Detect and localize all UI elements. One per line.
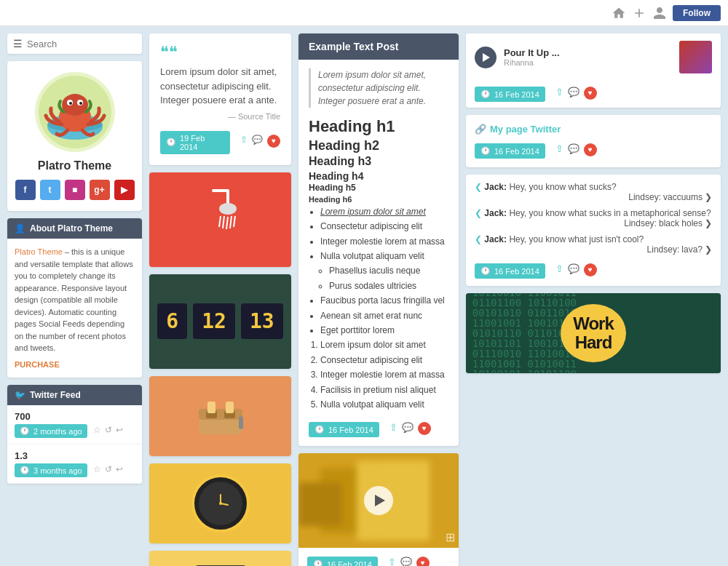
text-post-actions: ⇧ 💬 ♥ [389,422,431,435]
comment-icon-v[interactable]: 💬 [400,557,412,566]
comment-icon-q[interactable]: 💬 [252,135,263,148]
svg-point-4 [62,94,88,116]
clock-icon-tp: 🕐 [314,425,325,434]
heading-h5: Heading h5 [309,183,448,194]
reply-icon[interactable]: ↩ [116,425,123,435]
list-item-9: Eget porttitor lorem [320,323,448,338]
flip-clock-image: 6 12 13 [149,274,291,369]
music-date: 🕐 16 Feb 2014 [475,87,545,102]
clock-display: 6 12 13 [149,289,291,354]
svg-line-12 [219,216,221,227]
comment-icon-c[interactable]: 💬 [568,263,579,276]
like-icon-q[interactable]: ♥ [267,135,280,148]
chat-reply-2: Lindsey: black holes ❯ [475,218,712,228]
reply-icon-2[interactable]: ↩ [116,464,123,474]
list-item-7: Faucibus porta lacus fringilla vel [320,293,448,308]
video-card: ⊞ 🕐 16 Feb 2014 ⇧ 💬 ♥ [298,453,459,566]
clock-digit-1: 6 [157,303,187,339]
svg-line-15 [230,216,232,228]
ol-item-1: Lorem ipsum dolor sit amet [320,338,448,352]
wall-clock-shape [191,474,250,533]
share-icon-q[interactable]: ⇧ [240,135,248,148]
flip-clock-card: 6 12 13 [149,274,291,369]
clock-icon-v: 🕐 [313,559,323,566]
clock-icon-2: 🕐 [20,466,30,475]
list-item-2: Consectetur adipiscing elit [320,219,448,234]
share-icon-v[interactable]: ⇧ [388,557,396,566]
like-icon-m[interactable]: ♥ [584,87,597,100]
like-icon-c[interactable]: ♥ [584,263,597,276]
reply-text-3: lava? [681,244,703,255]
retweet-icon[interactable]: ↺ [105,425,112,435]
tweet-bar-1: 🕐 2 months ago [15,424,87,438]
clock-icon-c: 🕐 [480,266,491,276]
music-actions: ⇧ 💬 ♥ [555,87,597,100]
like-icon-tl[interactable]: ♥ [584,143,597,156]
quote-card: ❝❝ Lorem ipsum dolor sit amet, consectet… [149,33,291,165]
video-meta: 🕐 16 Feb 2014 ⇧ 💬 ♥ [298,548,459,566]
clock-digit-3: 13 [241,303,283,339]
svg-point-11 [219,203,237,215]
chat-item-3: ❮ Jack: Hey, you know what just isn't co… [475,234,712,255]
comment-icon-tp[interactable]: 💬 [402,422,414,435]
monitor-image [149,551,291,567]
add-icon[interactable] [632,6,646,20]
star-icon-2[interactable]: ☆ [93,464,101,474]
search-input[interactable] [27,39,142,49]
comment-icon-m[interactable]: 💬 [568,87,579,100]
youtube-icon[interactable]: ▶ [114,180,135,200]
clock-icon-m: 🕐 [480,89,491,99]
chevron-right-2: ❯ [705,218,712,228]
svg-rect-37 [298,482,342,526]
clock-hands-svg [206,489,235,518]
video-thumbnail: ⊞ [298,453,459,548]
like-icon-tp[interactable]: ♥ [418,422,431,435]
twitter-icon[interactable]: t [40,180,60,200]
share-icon-c[interactable]: ⇧ [555,263,563,276]
social-icons: f t ■ g+ ▶ [15,180,135,200]
share-icon-tl[interactable]: ⇧ [555,143,563,156]
svg-rect-21 [207,402,215,413]
chat-actions: ⇧ 💬 ♥ [555,263,597,276]
instagram-icon[interactable]: ■ [65,180,85,200]
monitor-card [149,551,291,567]
monitor-svg [188,562,253,567]
facebook-icon[interactable]: f [15,180,36,200]
tweet-actions-2: ☆ ↺ ↩ [93,464,123,474]
tweet-actions-1: ☆ ↺ ↩ [93,425,123,435]
shower-svg [199,183,242,256]
like-icon-v[interactable]: ♥ [416,557,430,566]
clock-icon-q: 🕐 [166,137,176,147]
page-container: ☰ 🔍 [0,26,728,566]
home-icon[interactable] [612,6,626,20]
ol-item-2: Consectetur adipiscing elit [320,353,448,367]
twitter-link-inner: 🔗 My page Twitter 🕐 16 Feb 2014 ⇧ 💬 ♥ [466,115,721,167]
chat-speaker-2: ❮ Jack: Hey, you know what sucks in a me… [475,208,712,218]
about-header: 👤 About Platro Theme [7,218,142,239]
follow-button[interactable]: Follow [673,5,721,21]
star-icon[interactable]: ☆ [93,425,101,435]
retweet-icon-2[interactable]: ↺ [105,464,112,474]
reply-name-1: Lindsey: [628,192,661,202]
about-body: Platro Theme – this is a unique and vers… [7,239,142,378]
reply-text-2: black holes [659,218,703,228]
share-icon-tp[interactable]: ⇧ [389,422,397,435]
googleplus-icon[interactable]: g+ [90,180,110,200]
video-actions: ⇧ 💬 ♥ [388,557,430,566]
music-thumbnail [679,41,712,73]
hamburger-icon[interactable]: ☰ [13,38,23,49]
toaster-card [149,376,291,456]
share-icon-m[interactable]: ⇧ [555,87,563,100]
quote-actions: ⇧ 💬 ♥ [240,135,280,148]
reply-name-3: Lindsey: [647,244,680,255]
unordered-list: Lorem ipsum dolor sit amet Consectetur a… [309,204,448,338]
user-icon-small: 👤 [15,223,25,234]
svg-rect-22 [226,402,234,413]
comment-icon-tl[interactable]: 💬 [568,143,579,156]
play-button[interactable] [475,47,496,68]
col-2: Example Text Post Lorem ipsum dolor sit … [298,33,459,566]
about-link[interactable]: Platro Theme [15,247,63,256]
work-hard-card: 01001001 01101110 11010101 00110101 1011… [466,293,721,373]
user-icon[interactable] [652,6,667,20]
purchase-link[interactable]: PURCHASE [15,359,135,371]
